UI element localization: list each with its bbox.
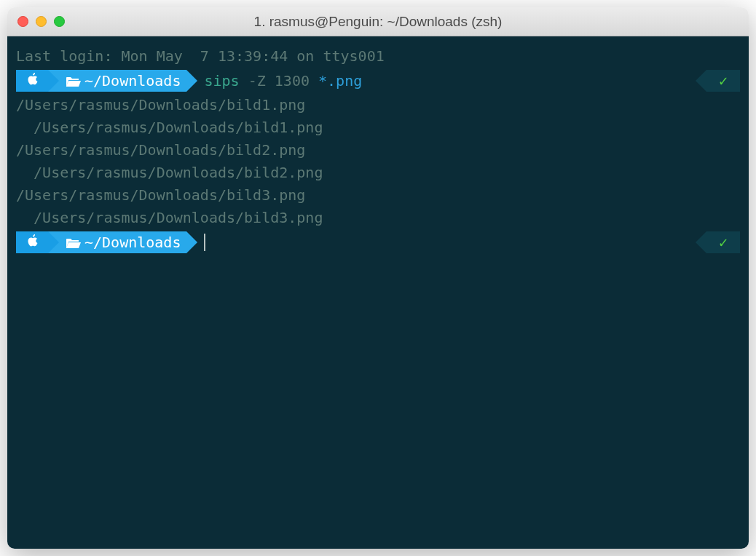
login-info: Last login: Mon May 7 13:39:44 on ttys00… <box>16 45 740 68</box>
terminal-window: 1. rasmus@Penguin: ~/Downloads (zsh) Las… <box>7 7 749 549</box>
command-name: sips <box>204 72 239 90</box>
terminal-body[interactable]: Last login: Mon May 7 13:39:44 on ttys00… <box>7 36 749 549</box>
folder-open-icon <box>66 237 80 248</box>
prompt-os-segment <box>16 70 48 92</box>
output-line: /Users/rasmus/Downloads/bild3.png <box>16 207 740 229</box>
status-arrow <box>696 70 706 92</box>
titlebar: 1. rasmus@Penguin: ~/Downloads (zsh) <box>7 7 749 36</box>
apple-icon <box>27 232 38 253</box>
check-icon: ✓ <box>719 70 728 92</box>
status-indicator: ✓ <box>696 231 740 253</box>
apple-icon <box>27 71 38 91</box>
output-line: /Users/rasmus/Downloads/bild1.png <box>16 94 740 116</box>
prompt-path-text: ~/Downloads <box>84 231 181 254</box>
output-line: /Users/rasmus/Downloads/bild2.png <box>16 139 740 162</box>
output-line: /Users/rasmus/Downloads/bild3.png <box>16 184 740 207</box>
folder-open-icon <box>66 76 80 87</box>
command-text: sips -Z 1300 *.png <box>204 70 362 92</box>
maximize-button[interactable] <box>54 16 65 27</box>
status-arrow <box>696 231 706 253</box>
status-box: ✓ <box>706 231 740 253</box>
command-glob: *.png <box>318 72 362 90</box>
status-box: ✓ <box>706 70 740 92</box>
prompt-path-segment: ~/Downloads <box>48 70 186 92</box>
command-args: -Z 1300 <box>248 72 310 90</box>
cursor <box>204 234 205 251</box>
prompt-path-text: ~/Downloads <box>84 70 181 92</box>
minimize-button[interactable] <box>36 16 47 27</box>
check-icon: ✓ <box>719 231 728 254</box>
prompt-os-segment <box>16 231 48 253</box>
prompt-path-segment: ~/Downloads <box>48 231 186 253</box>
status-indicator: ✓ <box>696 70 740 92</box>
window-title: 1. rasmus@Penguin: ~/Downloads (zsh) <box>7 14 749 30</box>
prompt-line-1: ~/Downloads sips -Z 1300 *.png ✓ <box>16 69 740 92</box>
output-line: /Users/rasmus/Downloads/bild1.png <box>16 116 740 139</box>
window-controls <box>17 16 65 27</box>
output-line: /Users/rasmus/Downloads/bild2.png <box>16 162 740 184</box>
prompt-line-2: ~/Downloads ✓ <box>16 231 740 254</box>
close-button[interactable] <box>17 16 28 27</box>
